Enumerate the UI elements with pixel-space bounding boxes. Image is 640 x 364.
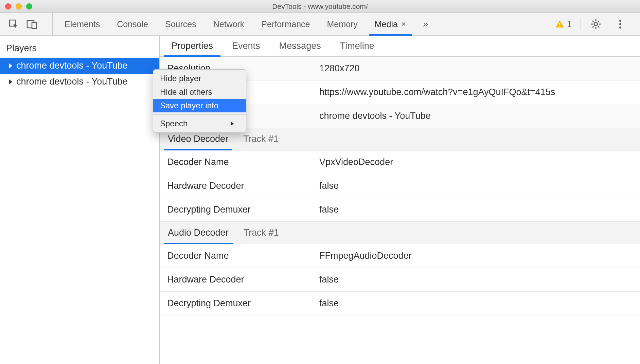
window-title: DevTools - www.youtube.com/ [0, 2, 640, 11]
property-row: Hardware Decoder false [160, 268, 640, 292]
property-value: false [319, 274, 640, 285]
player-item[interactable]: chrome devtools - YouTube [0, 74, 159, 90]
player-item-label: chrome devtools - YouTube [16, 60, 128, 71]
more-options-button[interactable] [614, 18, 626, 30]
subtab-label: Timeline [340, 41, 374, 51]
tab-media[interactable]: Media × [366, 13, 414, 35]
tab-label: Network [213, 19, 245, 29]
section-track: Track #1 [244, 228, 279, 238]
property-value: https://www.youtube.com/watch?v=e1gAyQuI… [319, 87, 640, 97]
property-key: Decrypting Demuxer [160, 298, 319, 309]
svg-line-11 [598, 26, 600, 28]
property-key: Decoder Name [160, 157, 319, 167]
warning-count: 1 [567, 19, 572, 29]
disclosure-triangle-icon [9, 79, 12, 85]
property-key: Decoder Name [160, 251, 319, 261]
section-audio-decoder: Audio Decoder Track #1 [160, 222, 640, 244]
property-value: false [319, 181, 640, 191]
subtab-label: Events [232, 41, 260, 51]
subtab-properties[interactable]: Properties [162, 36, 223, 56]
window-controls [5, 3, 32, 10]
property-row: Decoder Name VpxVideoDecoder [160, 150, 640, 174]
subtab-label: Messages [279, 41, 321, 51]
property-row: Decrypting Demuxer false [160, 198, 640, 222]
player-item-label: chrome devtools - YouTube [16, 76, 128, 87]
context-menu-hide-player[interactable]: Hide player [153, 72, 246, 85]
property-row: Hardware Decoder false [160, 174, 640, 198]
context-menu-label: Hide all others [160, 87, 212, 97]
tab-performance[interactable]: Performance [253, 13, 318, 35]
warning-icon [555, 20, 564, 29]
context-menu-save-player-info[interactable]: Save player info [153, 99, 246, 112]
tab-console[interactable]: Console [108, 13, 157, 35]
toolbar-right-group: 1 [555, 18, 640, 30]
subtab-events[interactable]: Events [223, 36, 270, 56]
svg-line-12 [598, 21, 600, 22]
device-toolbar-icon[interactable] [26, 18, 38, 30]
svg-point-5 [594, 22, 598, 26]
tab-label: Media [375, 19, 398, 29]
window-zoom-button[interactable] [26, 3, 32, 10]
chevron-right-icon [231, 121, 234, 126]
more-tabs-button[interactable]: » [414, 13, 436, 35]
close-tab-icon[interactable]: × [401, 19, 406, 29]
warning-badge[interactable]: 1 [555, 19, 572, 29]
sidebar-header: Players [0, 36, 159, 58]
context-menu-separator [153, 114, 246, 115]
svg-rect-4 [559, 26, 561, 27]
toolbar-left-group [0, 13, 53, 35]
tab-elements[interactable]: Elements [56, 13, 108, 35]
player-item[interactable]: chrome devtools - YouTube [0, 58, 159, 74]
tab-label: Performance [261, 19, 310, 29]
section-track: Track #1 [243, 134, 279, 144]
window-close-button[interactable] [5, 3, 11, 10]
window-minimize-button[interactable] [16, 3, 22, 10]
gear-icon [591, 19, 601, 29]
tab-sources[interactable]: Sources [157, 13, 205, 35]
context-menu-label: Save player info [160, 101, 218, 110]
subtab-label: Properties [171, 41, 213, 51]
window-titlebar: DevTools - www.youtube.com/ [0, 0, 640, 13]
svg-rect-3 [559, 23, 561, 25]
disclosure-triangle-icon [9, 63, 12, 69]
context-menu-speech[interactable]: Speech [153, 117, 246, 130]
property-value: chrome devtools - YouTube [319, 111, 640, 121]
property-row: Decrypting Demuxer false [160, 292, 640, 315]
context-menu-label: Speech [160, 119, 188, 128]
players-sidebar: Players chrome devtools - YouTube chrome… [0, 36, 160, 364]
tab-network[interactable]: Network [205, 13, 253, 35]
property-value: 1280x720 [319, 63, 640, 74]
tab-memory[interactable]: Memory [318, 13, 366, 35]
panel-body: Players chrome devtools - YouTube chrome… [0, 36, 640, 364]
property-key: Decrypting Demuxer [160, 204, 319, 215]
chevron-double-right-icon: » [423, 19, 428, 30]
section-title[interactable]: Audio Decoder [162, 222, 234, 244]
property-key: Hardware Decoder [160, 274, 319, 285]
kebab-icon [619, 20, 621, 29]
devtools-toolbar: Elements Console Sources Network Perform… [0, 13, 640, 36]
subtab-messages[interactable]: Messages [270, 36, 331, 56]
property-value: FFmpegAudioDecoder [319, 251, 640, 261]
context-menu-label: Hide player [160, 74, 201, 83]
property-row: Decoder Name FFmpegAudioDecoder [160, 244, 640, 268]
tab-label: Sources [165, 19, 196, 29]
tab-label: Console [117, 19, 148, 29]
svg-line-10 [592, 21, 594, 22]
context-menu: Hide player Hide all others Save player … [153, 69, 246, 133]
media-subtabs: Properties Events Messages Timeline [160, 36, 640, 57]
property-value: false [319, 204, 640, 215]
svg-line-13 [592, 26, 594, 28]
subtab-timeline[interactable]: Timeline [331, 36, 384, 56]
property-value: false [319, 298, 640, 309]
svg-rect-2 [32, 22, 37, 29]
property-value: VpxVideoDecoder [319, 157, 640, 167]
panel-tabs: Elements Console Sources Network Perform… [56, 13, 436, 35]
property-row-empty [160, 315, 640, 339]
context-menu-hide-all-others[interactable]: Hide all others [153, 85, 246, 99]
inspect-element-icon[interactable] [7, 18, 20, 30]
tab-label: Elements [65, 19, 100, 29]
separator [581, 18, 581, 30]
settings-button[interactable] [590, 18, 602, 30]
tab-label: Memory [327, 19, 357, 29]
property-key: Hardware Decoder [160, 181, 319, 191]
